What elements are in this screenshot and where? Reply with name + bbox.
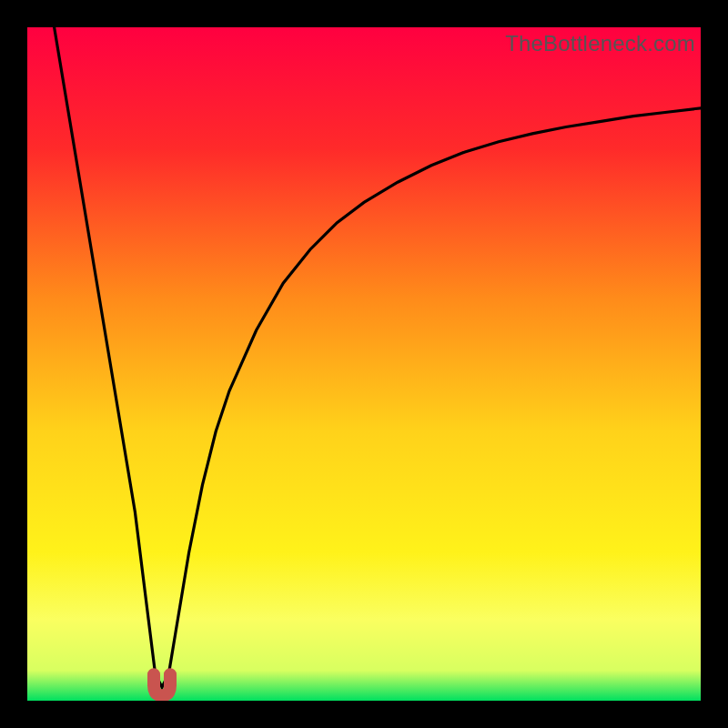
chart-svg: [27, 27, 701, 701]
gradient-background: [27, 27, 701, 701]
chart-frame: TheBottleneck.com: [27, 27, 701, 701]
watermark-text: TheBottleneck.com: [505, 31, 695, 56]
